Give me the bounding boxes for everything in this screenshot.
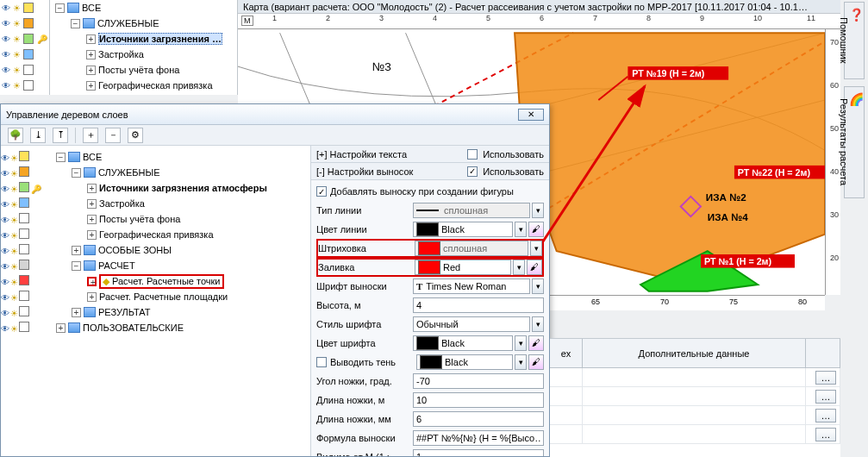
font-select[interactable]: TTimes New Roman: [413, 279, 530, 294]
eye-icon[interactable]: [1, 323, 10, 334]
expand-icon[interactable]: +: [86, 50, 96, 59]
layer-manager-tree[interactable]: −ВСЕ −СЛУЖЕБНЫЕ +Источники загрязнения а…: [1, 146, 311, 456]
tree-node[interactable]: Застройка: [99, 198, 145, 209]
expand-icon[interactable]: +: [86, 66, 96, 75]
collapse-icon[interactable]: −: [72, 168, 81, 178]
tree-node[interactable]: СЛУЖЕБНЫЕ: [98, 167, 160, 178]
layer-swatch[interactable]: [19, 182, 29, 192]
tree-node[interactable]: Географическая привязка: [98, 80, 213, 91]
toolbar-btn-props[interactable]: ⚙: [128, 128, 143, 143]
shadow-color-select[interactable]: Black: [416, 354, 513, 370]
row-action-button[interactable]: …: [815, 390, 836, 404]
sun-icon[interactable]: [10, 323, 19, 334]
sun-icon[interactable]: [10, 184, 19, 194]
color-picker-button[interactable]: 🖌: [527, 260, 542, 275]
layer-swatch[interactable]: [23, 49, 34, 59]
layer-swatch[interactable]: [19, 213, 29, 223]
sun-icon[interactable]: [13, 49, 22, 59]
checkbox-shadow[interactable]: [316, 357, 327, 367]
collapse-icon[interactable]: −: [72, 261, 81, 271]
tree-node[interactable]: Географическая привязка: [99, 229, 214, 240]
eye-icon[interactable]: [2, 65, 11, 75]
tree-node[interactable]: Источники загрязнения атмосферы: [99, 183, 267, 193]
expand-icon[interactable]: +: [56, 323, 66, 333]
layer-swatch[interactable]: [19, 322, 29, 332]
tree-node[interactable]: Посты учёта фона: [99, 214, 180, 224]
eye-icon[interactable]: [1, 246, 10, 256]
font-color-select[interactable]: Black: [413, 335, 513, 351]
leg-len-m-input[interactable]: [413, 392, 544, 408]
collapse-icon[interactable]: −: [55, 3, 65, 13]
collapse-icon[interactable]: −: [71, 19, 80, 28]
sun-icon[interactable]: [13, 34, 22, 44]
dropdown-icon[interactable]: ▾: [515, 335, 527, 351]
tree-node[interactable]: РАСЧЕТ: [98, 260, 135, 271]
layer-swatch[interactable]: [23, 3, 34, 13]
layer-swatch[interactable]: [23, 80, 34, 91]
layer-tree-top[interactable]: −ВСЕ −СЛУЖЕБНЫЕ +Источники загрязнения ……: [50, 0, 238, 95]
scale-badge[interactable]: М: [241, 16, 253, 26]
expand-icon[interactable]: +: [72, 246, 81, 255]
color-picker-button[interactable]: 🖌: [528, 222, 544, 237]
leg-len-mm-input[interactable]: [413, 411, 544, 427]
grid-header[interactable]: ex: [550, 339, 583, 367]
tree-node[interactable]: Расчет. Расчетные площадки: [99, 291, 228, 302]
tree-node[interactable]: ОСОБЫЕ ЗОНЫ: [98, 245, 172, 255]
dropdown-icon[interactable]: ▾: [515, 222, 527, 237]
eye-icon[interactable]: [2, 34, 11, 44]
layer-swatch[interactable]: [19, 275, 29, 285]
fill-color-select[interactable]: Red: [415, 260, 511, 275]
eye-icon[interactable]: [1, 277, 10, 287]
height-input[interactable]: [413, 297, 544, 313]
panel-header-callouts[interactable]: [-] Настройки выносок: [316, 166, 413, 177]
dropdown-icon[interactable]: ▾: [530, 241, 542, 256]
row-action-button[interactable]: …: [815, 409, 836, 423]
checkbox-add-callout[interactable]: ✓: [316, 186, 327, 197]
callout-rt1[interactable]: РТ №1 (H = 2м): [701, 254, 795, 268]
eye-icon[interactable]: [2, 3, 11, 13]
eye-icon[interactable]: [1, 199, 10, 210]
panel-header-text[interactable]: [+] Настройки текста: [316, 149, 407, 160]
row-action-button[interactable]: …: [815, 428, 836, 441]
tree-node-all[interactable]: ВСЕ: [82, 3, 101, 13]
expand-icon[interactable]: +: [87, 215, 97, 224]
tree-node[interactable]: РЕЗУЛЬТАТ: [98, 307, 150, 317]
sun-icon[interactable]: [10, 246, 19, 256]
expand-icon[interactable]: +: [86, 81, 96, 91]
expand-icon[interactable]: +: [86, 34, 96, 44]
dropdown-icon[interactable]: ▾: [513, 260, 525, 275]
side-tab-results[interactable]: 🌈Результаты расчета: [844, 86, 865, 198]
dropdown-icon[interactable]: ▾: [515, 354, 527, 370]
eye-icon[interactable]: [1, 308, 10, 318]
sun-icon[interactable]: [10, 292, 19, 303]
sun-icon[interactable]: [13, 18, 22, 28]
formula-input[interactable]: [413, 430, 544, 446]
tree-node[interactable]: Источники загрязнения …: [98, 33, 222, 45]
expand-icon[interactable]: +: [87, 292, 97, 302]
sun-icon[interactable]: [10, 153, 19, 163]
leg-angle-input[interactable]: [413, 373, 544, 389]
tree-node-all[interactable]: ВСЕ: [83, 152, 102, 162]
eye-icon[interactable]: [1, 230, 10, 241]
sun-icon[interactable]: [13, 80, 22, 91]
layer-swatch[interactable]: [23, 34, 34, 44]
expand-icon[interactable]: +: [87, 230, 97, 240]
layer-swatch[interactable]: [19, 228, 29, 239]
tree-node-selected[interactable]: Расчет. Расчетные точки: [112, 276, 221, 286]
expand-icon[interactable]: +: [87, 184, 97, 193]
eye-icon[interactable]: [1, 184, 10, 194]
sun-icon[interactable]: [10, 199, 19, 210]
toolbar-btn-remove[interactable]: －: [105, 128, 121, 143]
collapse-icon[interactable]: −: [56, 153, 66, 162]
eye-icon[interactable]: [1, 215, 10, 225]
sun-icon[interactable]: [10, 230, 19, 241]
toolbar-btn-collapse[interactable]: ⤒: [53, 128, 68, 143]
line-type-select[interactable]: сплошная: [413, 203, 530, 218]
sun-icon[interactable]: [10, 277, 19, 287]
eye-icon[interactable]: [1, 292, 10, 303]
data-grid[interactable]: ex Дополнительные данные … … … …: [550, 338, 840, 457]
checkbox-use-callouts[interactable]: ✓: [467, 166, 478, 177]
eye-icon[interactable]: [1, 168, 10, 178]
tree-node[interactable]: ПОЛЬЗОВАТЕЛЬСКИЕ: [83, 322, 184, 333]
sun-icon[interactable]: [10, 215, 19, 225]
